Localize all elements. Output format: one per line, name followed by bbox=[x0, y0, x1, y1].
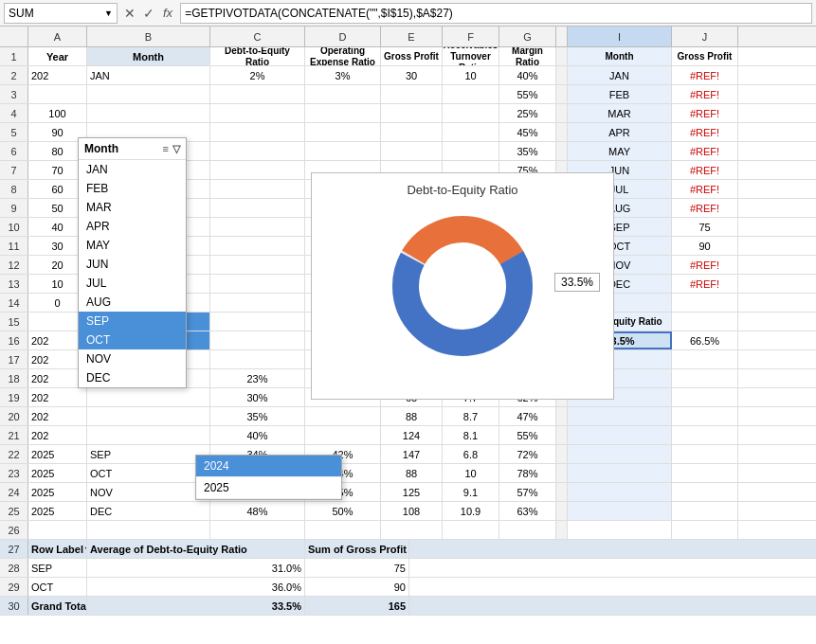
cell-J8[interactable]: #REF! bbox=[672, 180, 738, 198]
cell-B25[interactable]: DEC bbox=[87, 502, 210, 520]
cell-C4[interactable] bbox=[210, 104, 305, 122]
cell-I21[interactable] bbox=[568, 426, 672, 444]
cell-C9[interactable] bbox=[210, 199, 305, 217]
cell-C7[interactable] bbox=[210, 161, 305, 179]
cell-G26[interactable] bbox=[499, 521, 556, 539]
year-item-2025[interactable]: 2025 bbox=[196, 477, 341, 499]
col-header-C[interactable]: C bbox=[210, 27, 305, 46]
cell-F26[interactable] bbox=[443, 521, 499, 539]
cell-C19[interactable]: 30% bbox=[210, 388, 305, 406]
cell-J16[interactable]: 66.5% bbox=[672, 331, 738, 349]
col-header-I[interactable]: I bbox=[568, 27, 672, 46]
cell-B20[interactable] bbox=[87, 407, 210, 425]
cell-C13[interactable] bbox=[210, 275, 305, 293]
cell-D6[interactable] bbox=[305, 142, 381, 160]
cell-E22[interactable]: 147 bbox=[381, 445, 443, 463]
cell-I6[interactable]: MAY bbox=[568, 142, 672, 160]
cell-D1[interactable]: Operating Expense Ratio bbox=[305, 47, 381, 65]
cell-I3[interactable]: FEB bbox=[568, 85, 672, 103]
cell-E23[interactable]: 88 bbox=[381, 464, 443, 482]
cell-B1[interactable]: Month bbox=[87, 47, 210, 65]
cell-J2[interactable]: #REF! bbox=[672, 66, 738, 84]
cell-I26[interactable] bbox=[568, 521, 672, 539]
cell-I25[interactable] bbox=[568, 502, 672, 520]
cell-I4[interactable]: MAR bbox=[568, 104, 672, 122]
cell-J17[interactable] bbox=[672, 350, 738, 368]
cell-B24[interactable]: NOV bbox=[87, 483, 210, 501]
cell-B26[interactable] bbox=[87, 521, 210, 539]
fx-button[interactable]: fx bbox=[159, 6, 176, 20]
cell-E25[interactable]: 108 bbox=[381, 502, 443, 520]
cell-A25[interactable]: 2025 bbox=[28, 502, 87, 520]
cell-A22[interactable]: 2025 bbox=[28, 445, 87, 463]
cell-G22[interactable]: 72% bbox=[499, 445, 556, 463]
cell-G2[interactable]: 40% bbox=[499, 66, 556, 84]
col-header-A[interactable]: A bbox=[28, 27, 87, 46]
cell-J11[interactable]: 90 bbox=[672, 237, 738, 255]
cell-E1[interactable]: Gross Profit bbox=[381, 47, 443, 65]
col-header-H[interactable] bbox=[556, 27, 568, 46]
filter-item-jun[interactable]: JUN bbox=[79, 255, 186, 274]
cell-C2[interactable]: 2% bbox=[210, 66, 305, 84]
cell-J23[interactable] bbox=[672, 464, 738, 482]
name-box[interactable]: SUM ▼ bbox=[4, 3, 118, 24]
cell-F23[interactable]: 10 bbox=[443, 464, 499, 482]
cell-E2[interactable]: 30 bbox=[381, 66, 443, 84]
cell-G5[interactable]: 45% bbox=[499, 123, 556, 141]
cell-C14[interactable] bbox=[210, 294, 305, 312]
filter-item-oct[interactable]: OCT bbox=[79, 331, 186, 349]
cell-B22[interactable]: SEP bbox=[87, 445, 210, 463]
cell-G1[interactable]: Margin Ratio bbox=[499, 47, 556, 65]
cell-G3[interactable]: 55% bbox=[499, 85, 556, 103]
cell-C18[interactable]: 23% bbox=[210, 369, 305, 387]
cell-D2[interactable]: 3% bbox=[305, 66, 381, 84]
name-box-dropdown-icon[interactable]: ▼ bbox=[104, 9, 113, 18]
cell-E21[interactable]: 124 bbox=[381, 426, 443, 444]
filter-item-dec[interactable]: DEC bbox=[79, 368, 186, 387]
cell-A19[interactable]: 202 bbox=[28, 388, 87, 406]
filter-item-aug[interactable]: AUG bbox=[79, 293, 186, 312]
cell-J3[interactable]: #REF! bbox=[672, 85, 738, 103]
cell-J24[interactable] bbox=[672, 483, 738, 501]
pivot-sum-29[interactable]: 90 bbox=[305, 578, 409, 596]
cell-J9[interactable]: #REF! bbox=[672, 199, 738, 217]
filter-item-apr[interactable]: APR bbox=[79, 217, 186, 236]
col-header-B[interactable]: B bbox=[87, 27, 210, 46]
cell-D4[interactable] bbox=[305, 104, 381, 122]
pivot-avg-28[interactable]: 31.0% bbox=[87, 559, 305, 577]
cell-B4[interactable] bbox=[87, 104, 210, 122]
cell-J13[interactable]: #REF! bbox=[672, 275, 738, 293]
cell-C20[interactable]: 35% bbox=[210, 407, 305, 425]
pivot-avg-29[interactable]: 36.0% bbox=[87, 578, 305, 596]
cell-C11[interactable] bbox=[210, 237, 305, 255]
cell-A23[interactable]: 2025 bbox=[28, 464, 87, 482]
filter-item-nov[interactable]: NOV bbox=[79, 349, 186, 368]
cell-C1[interactable]: Debt-to-Equity Ratio bbox=[210, 47, 305, 65]
cell-J1[interactable]: Gross Profit bbox=[672, 47, 738, 65]
cell-B21[interactable] bbox=[87, 426, 210, 444]
filter-item-feb[interactable]: FEB bbox=[79, 179, 186, 198]
cell-G20[interactable]: 47% bbox=[499, 407, 556, 425]
cell-I24[interactable] bbox=[568, 483, 672, 501]
confirm-formula-button[interactable]: ✓ bbox=[140, 6, 157, 21]
cell-J12[interactable]: #REF! bbox=[672, 256, 738, 274]
cancel-formula-button[interactable]: ✕ bbox=[121, 6, 138, 21]
cell-I1[interactable]: Month bbox=[568, 47, 672, 65]
cell-C15[interactable] bbox=[210, 313, 305, 331]
cell-F2[interactable]: 10 bbox=[443, 66, 499, 84]
pivot-col-sum[interactable]: Sum of Gross Profit bbox=[305, 540, 409, 558]
cell-C12[interactable] bbox=[210, 256, 305, 274]
cell-E20[interactable]: 88 bbox=[381, 407, 443, 425]
cell-C10[interactable] bbox=[210, 218, 305, 236]
cell-J7[interactable]: #REF! bbox=[672, 161, 738, 179]
cell-A1[interactable]: Year bbox=[28, 47, 87, 65]
cell-F20[interactable]: 8.7 bbox=[443, 407, 499, 425]
cell-A4[interactable]: 100 bbox=[28, 104, 87, 122]
cell-G21[interactable]: 55% bbox=[499, 426, 556, 444]
cell-C21[interactable]: 40% bbox=[210, 426, 305, 444]
pivot-grand-total-sum[interactable]: 165 bbox=[305, 597, 409, 615]
cell-E6[interactable] bbox=[381, 142, 443, 160]
filter-item-jul[interactable]: JUL bbox=[79, 274, 186, 293]
filter-item-may[interactable]: MAY bbox=[79, 236, 186, 255]
cell-B2[interactable]: JAN bbox=[87, 66, 210, 84]
